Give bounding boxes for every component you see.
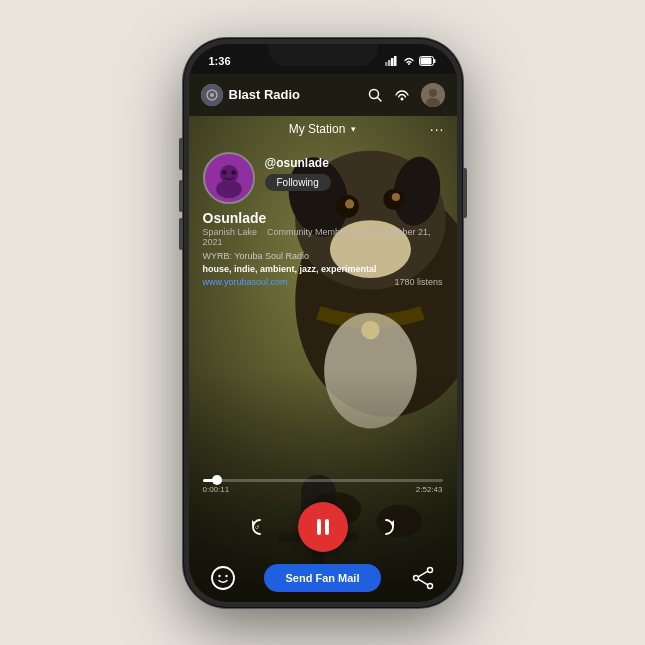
phone-screen: 1:36 — [189, 44, 457, 602]
app-icon — [201, 84, 223, 106]
status-time: 1:36 — [209, 51, 231, 67]
share-button[interactable] — [407, 562, 439, 594]
svg-text:↺: ↺ — [255, 524, 259, 530]
profile-tags: house, indie, ambient, jazz, experimenta… — [203, 264, 443, 274]
svg-point-9 — [210, 93, 214, 97]
player-section: 0:00:11 2:52:43 ↺ — [189, 479, 457, 602]
profile-station: WYRB: Yoruba Soul Radio — [203, 251, 443, 261]
following-button[interactable]: Following — [265, 174, 331, 191]
progress-thumb[interactable] — [212, 475, 222, 485]
station-bar: My Station ▾ ··· — [189, 116, 457, 142]
wifi-icon — [403, 56, 415, 66]
svg-rect-6 — [420, 57, 431, 64]
profile-info-right: @osunlade Following — [265, 156, 331, 191]
svg-point-12 — [400, 97, 403, 100]
battery-icon — [419, 56, 437, 66]
svg-rect-0 — [385, 62, 388, 66]
svg-point-38 — [231, 170, 236, 175]
time-current: 0:00:11 — [203, 485, 230, 494]
svg-point-44 — [427, 583, 432, 588]
svg-point-36 — [216, 179, 242, 197]
svg-point-14 — [429, 89, 437, 97]
svg-point-40 — [212, 567, 234, 589]
profile-website[interactable]: www.yorubasoul.com — [203, 277, 288, 287]
pause-bar-left — [317, 519, 321, 535]
svg-rect-3 — [394, 56, 397, 66]
pause-icon — [317, 519, 329, 535]
svg-point-43 — [427, 567, 432, 572]
profile-handle: @osunlade — [265, 156, 329, 170]
app-title: Blast Radio — [229, 87, 301, 102]
header-left: Blast Radio — [201, 84, 301, 106]
rewind-button[interactable]: ↺ — [244, 511, 276, 543]
status-icons — [385, 52, 437, 66]
notch — [268, 44, 378, 66]
profile-website-row: www.yorubasoul.com 1780 listens — [203, 277, 443, 287]
pause-bar-right — [325, 519, 329, 535]
controls-row: ↺ — [203, 502, 443, 552]
svg-point-42 — [225, 574, 227, 576]
phone-frame: 1:36 — [183, 38, 463, 608]
svg-point-41 — [218, 574, 220, 576]
progress-track — [203, 479, 443, 482]
profile-avatar[interactable] — [203, 152, 255, 204]
profile-avatar-row: @osunlade Following — [203, 152, 443, 204]
svg-rect-5 — [433, 59, 435, 63]
svg-line-46 — [418, 571, 428, 577]
header-avatar[interactable] — [421, 83, 445, 107]
svg-line-47 — [418, 579, 428, 585]
svg-point-37 — [222, 170, 227, 175]
emoji-button[interactable] — [207, 562, 239, 594]
bottom-actions: Send Fan Mail — [203, 562, 443, 594]
time-total: 2:52:43 — [416, 485, 443, 494]
time-row: 0:00:11 2:52:43 — [203, 485, 443, 494]
chevron-down-icon[interactable]: ▾ — [351, 124, 356, 134]
forward-button[interactable] — [370, 511, 402, 543]
header-right — [367, 83, 445, 107]
fan-mail-button[interactable]: Send Fan Mail — [264, 564, 382, 592]
profile-listens: 1780 listens — [394, 277, 442, 287]
search-icon[interactable] — [367, 87, 383, 103]
svg-rect-1 — [388, 60, 391, 66]
svg-point-45 — [413, 575, 418, 580]
profile-meta: Spanish Lake Community Member since Dece… — [203, 227, 443, 247]
station-label: My Station — [289, 122, 346, 136]
profile-section: @osunlade Following Osunlade Spanish Lak… — [189, 144, 457, 295]
profile-name: Osunlade — [203, 210, 443, 226]
more-options-icon[interactable]: ··· — [430, 121, 445, 137]
content-area: My Station ▾ ··· — [189, 116, 457, 602]
svg-rect-2 — [391, 58, 394, 66]
pause-button[interactable] — [298, 502, 348, 552]
progress-bar-container[interactable] — [203, 479, 443, 482]
profile-location: Spanish Lake — [203, 227, 258, 237]
app-header: Blast Radio — [189, 74, 457, 116]
svg-line-11 — [377, 97, 381, 101]
broadcast-icon[interactable] — [393, 87, 411, 103]
signal-icon — [385, 56, 399, 66]
